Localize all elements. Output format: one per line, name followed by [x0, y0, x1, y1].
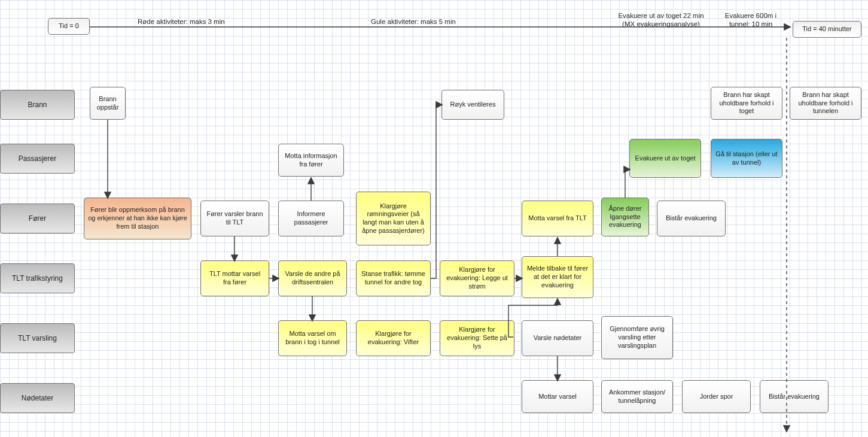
- node-klargjore-lys: Klargjøre for evakuering: Sette på lys: [440, 320, 514, 356]
- node-gjennomfore-varsling: Gjennomføre øvrig varsling etter varslin…: [601, 316, 673, 359]
- lane-brann: Brann: [0, 90, 75, 120]
- node-bistar-evak-nod: Bistår evakuering: [760, 380, 829, 413]
- time-end-box: Tid = 40 minutter: [793, 21, 861, 38]
- node-royk-ventileres: Røyk ventileres: [441, 90, 504, 120]
- node-informere-pass: Informere passasjerer: [278, 201, 344, 236]
- node-brann-tunnel: Brann har skapt uholdbare forhold i tunn…: [790, 87, 861, 120]
- timeline-yellow-label: Gule aktiviteter: maks 5 min: [371, 18, 456, 25]
- node-klargjore-strom: Klargjøre for evakuering: Legge ut strøm: [440, 260, 514, 296]
- node-motta-info: Motta informasjon fra fører: [278, 144, 344, 177]
- node-forer-varsler: Fører varsler brann til TLT: [200, 201, 269, 236]
- swimlane-diagram: Tid = 0 Røde aktiviteter: maks 3 min Gul…: [0, 0, 868, 437]
- node-motta-varsel-tlt: Motta varsel fra TLT: [522, 201, 593, 236]
- node-evakuere-ut: Evakuere ut av toget: [629, 139, 701, 178]
- timeline-evac-tunnel-label: Evakuere 600m i tunnel: 10 min: [718, 12, 784, 29]
- lane-tlt-vars: TLT varsling: [0, 323, 75, 353]
- node-brann-tog: Brann har skapt uholdbare forhold i toge…: [711, 87, 782, 120]
- lane-nodetater: Nødetater: [0, 383, 75, 413]
- node-jorder-spor: Jorder spor: [682, 380, 751, 413]
- node-klargjore-romn: Klargjøre rømningsveier (så langt man ka…: [356, 192, 431, 245]
- node-forer-oppmerksom: Fører blir oppmerksom på brann og erkjen…: [84, 198, 191, 239]
- node-melde-tilbake: Melde tilbake til fører at det er klart …: [522, 256, 593, 298]
- node-klargjore-vifter: Klargjøre for evakuering: Vifter: [356, 320, 431, 356]
- node-ga-stasjon: Gå til stasjon (eller ut av tunnel): [711, 139, 782, 178]
- timeline-evac-train-label: Evakuere ut av toget 22 min (MX evakueri…: [613, 12, 709, 29]
- node-mottar-varsel: Mottar varsel: [522, 380, 593, 413]
- node-varsle-andre: Varsle de andre på driftssentralen: [278, 260, 347, 296]
- node-motta-varsel-brann: Motta varsel om brann i tog i tunnel: [278, 320, 347, 356]
- node-bistar-evak-forer: Bistår evakuering: [657, 201, 726, 236]
- node-apne-dorer: Åpne dører Igangsette evakuering: [601, 198, 649, 236]
- timeline-red-label: Røde aktiviteter: maks 3 min: [138, 18, 225, 25]
- lane-forer: Fører: [0, 204, 75, 233]
- lane-tlt-traf: TLT trafikstyring: [0, 263, 75, 293]
- node-brann-oppstar: Brann oppstår: [90, 87, 126, 120]
- node-stanse-trafikk: Stanse trafikk: tømme tunnel for andre t…: [356, 260, 431, 296]
- lane-passasjerer: Passasjerer: [0, 144, 75, 174]
- time-start-box: Tid = 0: [48, 18, 90, 35]
- node-ankommer-stasjon: Ankommer stasjon/ tunnelåpning: [601, 380, 673, 413]
- node-tlt-mottar: TLT mottar varsel fra fører: [200, 260, 269, 296]
- node-varsle-nodetater: Varsle nødetater: [522, 320, 593, 356]
